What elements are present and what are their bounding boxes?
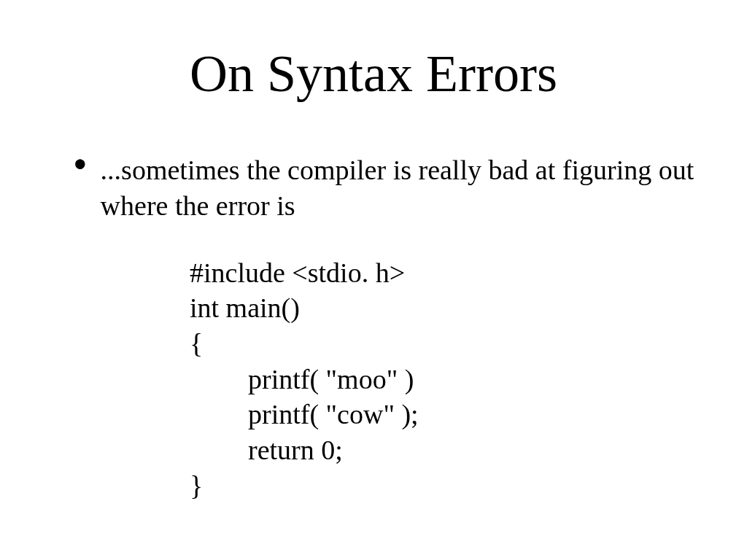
code-line-4: printf( "moo" ): [190, 362, 696, 397]
slide-title: On Syntax Errors: [51, 44, 696, 104]
bullet-item: • ...sometimes the compiler is really ba…: [73, 148, 696, 225]
code-line-3: {: [190, 326, 696, 362]
bullet-text: ...sometimes the compiler is really bad …: [101, 148, 696, 225]
slide-container: On Syntax Errors • ...sometimes the comp…: [0, 0, 747, 560]
code-line-6: return 0;: [190, 432, 696, 468]
code-line-7: }: [190, 468, 696, 504]
code-line-1: #include <stdio. h>: [190, 255, 696, 291]
code-block: #include <stdio. h> int main() { printf(…: [190, 255, 696, 503]
code-line-5: printf( "cow" );: [190, 397, 696, 432]
slide-content: • ...sometimes the compiler is really ba…: [51, 148, 696, 503]
bullet-mark-icon: •: [73, 152, 88, 177]
code-line-2: int main(): [190, 290, 696, 326]
